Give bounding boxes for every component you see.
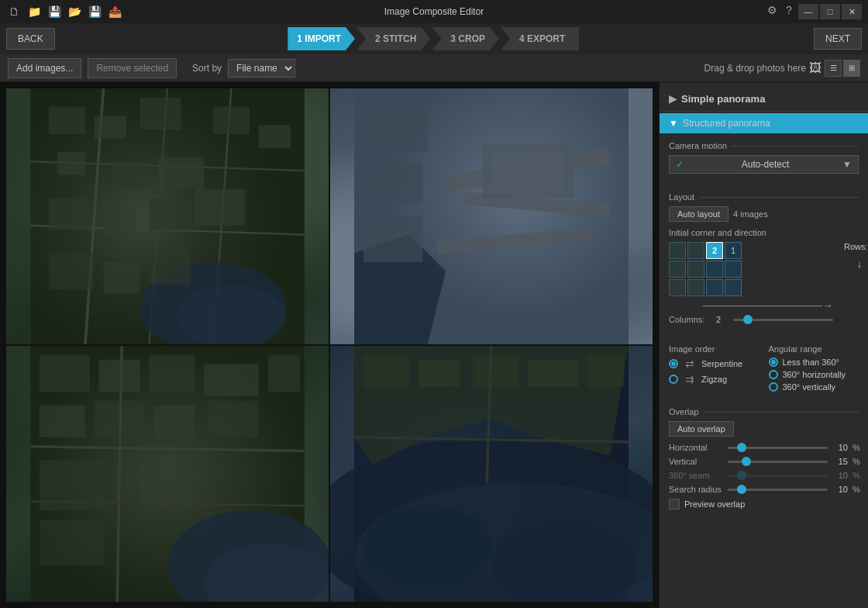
satellite-img-bl (6, 346, 329, 602)
serpentine-icon: ⇄ (685, 358, 694, 370)
search-radius-label: Search radius (669, 485, 723, 494)
rows-section: Rows: 2 ↓ (844, 242, 868, 270)
svg-rect-23 (149, 248, 190, 285)
horizontal-overlap-row: Horizontal 10 % (669, 443, 859, 452)
search-radius-value: 10 (832, 485, 848, 494)
grid-cell-0-2[interactable]: 2 (706, 242, 723, 259)
image-quad-top-left (6, 88, 329, 344)
layout-divider (699, 197, 859, 198)
image-quad-bottom-left (6, 346, 329, 602)
svg-rect-9 (49, 107, 85, 134)
svg-rect-40 (149, 355, 195, 392)
sort-select[interactable]: File name (228, 59, 295, 78)
grid-cell-0-0[interactable] (669, 242, 686, 259)
grid-cell-2-3[interactable] (725, 279, 742, 296)
settings-icon[interactable]: ⚙ (764, 4, 780, 19)
layout-buttons-row: Auto layout 4 images (669, 206, 859, 222)
svg-rect-62 (418, 360, 460, 387)
grid-cell-2-0[interactable] (669, 279, 686, 296)
image-order-label: Image order (669, 344, 760, 354)
image-order-section: Image order ⇄ Serpentine ⇉ Zigzag (669, 344, 760, 395)
simple-panorama-label: Simple panorama (681, 93, 765, 105)
window-controls: ⚙ ? — □ ✕ (764, 4, 862, 19)
search-radius-slider[interactable] (728, 489, 828, 491)
save-icon[interactable]: 💾 (46, 5, 62, 18)
step-navbar: BACK 1 IMPORT 2 STITCH 3 CROP 4 EXPORT N… (0, 23, 868, 54)
save-as-icon[interactable]: 💾 (87, 5, 102, 18)
remove-selected-button[interactable]: Remove selected (88, 58, 177, 78)
overlap-divider (704, 412, 859, 413)
less-than-360-radio[interactable] (769, 358, 778, 367)
structured-panorama-header[interactable]: ▼ Structured panorama (660, 113, 868, 133)
simple-panorama-header[interactable]: ▶ Simple panorama (660, 88, 868, 109)
new-icon[interactable]: 🗋 (6, 5, 22, 18)
grid-cell-0-3[interactable]: 1 (725, 242, 742, 259)
360-horizontal-radio[interactable] (769, 370, 778, 379)
titlebar: 🗋 📁 💾 📂 💾 📤 Image Composite Editor ⚙ ? —… (0, 0, 868, 23)
grid-cell-1-2[interactable] (706, 261, 723, 278)
image-grid (0, 82, 659, 608)
auto-overlap-button[interactable]: Auto overlap (669, 421, 734, 437)
svg-rect-17 (49, 198, 90, 230)
back-button[interactable]: BACK (6, 28, 55, 50)
search-radius-pct: % (852, 485, 860, 494)
grid-view-button[interactable]: ⊞ (843, 60, 860, 77)
close-button[interactable]: ✕ (842, 4, 862, 19)
horizontal-overlap-pct: % (852, 443, 860, 452)
grid-cell-1-3[interactable] (725, 261, 742, 278)
svg-rect-65 (587, 355, 624, 387)
structured-panorama-label: Structured panorama (683, 118, 770, 129)
grid-cell-1-0[interactable] (669, 261, 686, 278)
vertical-overlap-slider[interactable] (728, 461, 828, 463)
horizontal-overlap-slider[interactable] (728, 447, 828, 449)
svg-rect-22 (104, 262, 140, 294)
360-vertical-option: 360° vertically (769, 382, 859, 392)
step-stitch[interactable]: 2 STITCH (356, 27, 430, 50)
maximize-button[interactable]: □ (820, 4, 840, 19)
initial-corner-label: Initial corner and direction (669, 228, 859, 237)
360-vertical-radio[interactable] (769, 382, 778, 392)
app-title: Image Composite Editor (384, 6, 484, 17)
angular-range-section: Angular range Less than 360° 360° horizo… (769, 344, 859, 395)
svg-rect-21 (49, 253, 95, 289)
serpentine-radio[interactable] (669, 359, 678, 368)
camera-motion-dropdown[interactable]: ✓ Auto-detect ▼ (669, 155, 859, 174)
simple-panorama-arrow: ▶ (669, 93, 677, 105)
zigzag-radio[interactable] (669, 375, 678, 384)
grid-cell-1-1[interactable] (687, 261, 704, 278)
vertical-overlap-pct: % (852, 457, 860, 466)
add-images-button[interactable]: Add images... (8, 58, 81, 78)
svg-rect-64 (528, 360, 578, 387)
preview-overlap-checkbox[interactable] (669, 499, 680, 510)
auto-layout-button[interactable]: Auto layout (669, 206, 728, 222)
minimize-button[interactable]: — (798, 4, 818, 19)
step-export[interactable]: 4 EXPORT (501, 27, 579, 50)
svg-rect-42 (268, 355, 300, 392)
open-folder-icon[interactable]: 📁 (26, 5, 42, 18)
image-quad-top-right (330, 88, 653, 344)
main-content: ▶ Simple panorama ▼ Structured panorama … (0, 82, 868, 608)
next-button[interactable]: NEXT (814, 28, 862, 50)
step-import[interactable]: 1 IMPORT (288, 27, 355, 50)
grid-row-1: 2 1 (669, 242, 833, 259)
step-crop[interactable]: 3 CROP (432, 27, 499, 50)
open-file-icon[interactable]: 📂 (67, 5, 82, 18)
grid-row-3 (669, 279, 833, 296)
list-view-button[interactable]: ☰ (825, 60, 842, 77)
svg-rect-46 (208, 401, 259, 437)
export-icon[interactable]: 📤 (107, 5, 122, 18)
svg-rect-34 (368, 161, 423, 202)
svg-rect-63 (473, 355, 518, 387)
columns-slider[interactable] (733, 319, 833, 321)
camera-motion-section: Camera motion ✓ Auto-detect ▼ (660, 135, 868, 186)
grid-cell-0-1[interactable] (687, 242, 704, 259)
grid-cell-2-2[interactable] (706, 279, 723, 296)
360-vertical-label: 360° vertically (783, 382, 836, 392)
svg-rect-38 (40, 355, 90, 392)
horizontal-overlap-value: 10 (832, 443, 848, 452)
horizontal-arrow: → (669, 299, 833, 312)
structured-panorama-arrow: ▼ (669, 118, 678, 129)
help-icon[interactable]: ? (781, 4, 797, 19)
image-toolbar: Add images... Remove selected Sort by Fi… (0, 54, 868, 82)
grid-cell-2-1[interactable] (687, 279, 704, 296)
